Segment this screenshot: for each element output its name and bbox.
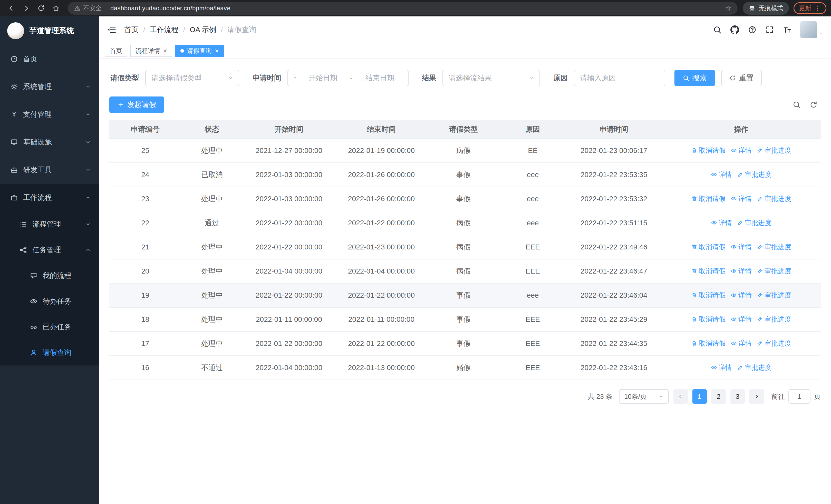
- chevron-down-icon: [819, 32, 823, 36]
- cancel-leave-link[interactable]: 取消请假: [691, 339, 725, 348]
- close-icon[interactable]: ×: [215, 48, 219, 54]
- table-tools: [793, 100, 818, 109]
- cancel-leave-link[interactable]: 取消请假: [691, 146, 725, 155]
- create-leave-button[interactable]: 发起请假: [109, 96, 164, 113]
- search-button[interactable]: 搜索: [675, 70, 715, 86]
- cancel-leave-link[interactable]: 取消请假: [691, 315, 725, 324]
- browser-home-button[interactable]: [49, 2, 63, 15]
- detail-link[interactable]: 详情: [730, 146, 752, 155]
- start-date-input[interactable]: [300, 74, 346, 82]
- approval-progress-link[interactable]: 审批进度: [757, 242, 791, 251]
- sidebar-item-my-process[interactable]: 我的流程: [0, 263, 99, 289]
- sidebar-item-workflow[interactable]: 工作流程: [0, 184, 99, 211]
- leave-type-select[interactable]: [145, 70, 239, 86]
- delete-icon: [691, 196, 697, 202]
- approval-progress-link[interactable]: 审批进度: [737, 170, 771, 179]
- github-icon[interactable]: [730, 25, 739, 34]
- refresh-icon[interactable]: [809, 100, 818, 109]
- breadcrumb-workflow[interactable]: 工作流程: [150, 25, 179, 35]
- user-menu[interactable]: [800, 21, 823, 38]
- approval-progress-link[interactable]: 审批进度: [757, 291, 791, 300]
- sidebar-item-devtools[interactable]: 研发工具: [0, 156, 99, 184]
- sidebar-item-home[interactable]: 首页: [0, 45, 99, 73]
- detail-link[interactable]: 详情: [730, 242, 752, 251]
- approval-progress-link[interactable]: 审批进度: [757, 339, 791, 348]
- reset-button[interactable]: 重置: [721, 70, 762, 86]
- page-button-2[interactable]: 2: [711, 389, 726, 404]
- tab-process-detail[interactable]: 流程详情×: [131, 45, 172, 57]
- detail-link[interactable]: 详情: [730, 315, 752, 324]
- close-icon[interactable]: ×: [163, 48, 167, 54]
- cell-id: 23: [109, 187, 181, 211]
- end-date-input[interactable]: [357, 74, 403, 82]
- browser-forward-button[interactable]: [20, 2, 33, 15]
- cancel-leave-link[interactable]: 取消请假: [691, 194, 725, 203]
- detail-link[interactable]: 详情: [711, 218, 732, 227]
- app-logo[interactable]: 芋道管理系统: [0, 17, 99, 45]
- goto-page-input[interactable]: [789, 389, 810, 404]
- apply-time-range-picker[interactable]: -: [287, 70, 408, 86]
- approval-progress-link[interactable]: 审批进度: [757, 315, 791, 324]
- sidebar-item-system[interactable]: 系统管理: [0, 73, 99, 100]
- search-icon[interactable]: [713, 25, 722, 34]
- cell-status: 处理中: [181, 259, 243, 283]
- browser-back-button[interactable]: [5, 2, 18, 15]
- browser-reload-button[interactable]: [34, 2, 48, 15]
- sidebar-item-done-tasks[interactable]: 已办任务: [0, 314, 99, 340]
- security-status[interactable]: 不安全: [74, 4, 102, 12]
- bookmark-star-icon[interactable]: ☆: [725, 4, 732, 12]
- fullscreen-icon[interactable]: [765, 25, 774, 34]
- menu-kebab-icon[interactable]: ⋮: [814, 5, 821, 11]
- reason-input[interactable]: [580, 74, 659, 82]
- edit-icon: [757, 340, 763, 347]
- sidebar-item-todo-tasks[interactable]: 待办任务: [0, 289, 99, 314]
- address-bar[interactable]: 不安全 dashboard.yudao.iocoder.cn/bpm/oa/le…: [68, 2, 738, 14]
- sidebar-item-infra[interactable]: 基础设施: [0, 128, 99, 156]
- search-toggle-icon[interactable]: [793, 100, 801, 109]
- page-size-select[interactable]: 10条/页: [619, 389, 669, 404]
- col-actions: 操作: [662, 120, 821, 139]
- cancel-leave-link[interactable]: 取消请假: [691, 242, 725, 251]
- detail-link[interactable]: 详情: [730, 291, 752, 300]
- detail-link[interactable]: 详情: [711, 363, 732, 372]
- approval-progress-link[interactable]: 审批进度: [757, 267, 791, 276]
- breadcrumb-home[interactable]: 首页: [124, 25, 139, 35]
- detail-link[interactable]: 详情: [730, 267, 752, 276]
- result-input[interactable]: [449, 74, 525, 82]
- question-icon[interactable]: [748, 25, 756, 34]
- arrow-right-icon: [754, 394, 760, 399]
- monitor-icon: [10, 138, 18, 146]
- cell-actions: 取消请假详情审批进度: [662, 283, 821, 307]
- approval-progress-link[interactable]: 审批进度: [737, 218, 771, 227]
- reason-field[interactable]: [574, 70, 665, 86]
- sidebar-item-task-mgmt[interactable]: 任务管理: [0, 237, 99, 263]
- sidebar-item-process-mgmt[interactable]: 流程管理: [0, 211, 99, 237]
- result-select[interactable]: [442, 70, 540, 86]
- approval-progress-link[interactable]: 审批进度: [737, 363, 771, 372]
- tab-home[interactable]: 首页: [105, 45, 127, 57]
- cell-actions: 取消请假详情审批进度: [662, 235, 821, 259]
- detail-link[interactable]: 详情: [730, 194, 752, 203]
- sidebar-item-leave-query[interactable]: 请假查询: [0, 340, 99, 365]
- col-apply-time: 申请时间: [566, 120, 662, 139]
- breadcrumb-oa-example[interactable]: OA 示例: [190, 25, 216, 35]
- detail-link[interactable]: 详情: [711, 170, 732, 179]
- next-page-button[interactable]: [749, 389, 764, 404]
- tab-leave-query[interactable]: 请假查询×: [175, 45, 224, 57]
- leave-type-input[interactable]: [151, 74, 224, 82]
- collapse-sidebar-button[interactable]: [107, 25, 116, 35]
- cell-reason: EEE: [499, 356, 566, 380]
- approval-progress-link[interactable]: 审批进度: [757, 194, 791, 203]
- page-button-3[interactable]: 3: [730, 389, 745, 404]
- approval-progress-link[interactable]: 审批进度: [757, 146, 791, 155]
- breadcrumb-separator: /: [221, 26, 223, 34]
- font-size-icon[interactable]: [783, 25, 792, 34]
- detail-link[interactable]: 详情: [730, 339, 752, 348]
- browser-update-button[interactable]: 更新⋮: [794, 2, 826, 14]
- prev-page-button[interactable]: [674, 389, 688, 404]
- cancel-leave-link[interactable]: 取消请假: [691, 291, 725, 300]
- page-button-1[interactable]: 1: [692, 389, 707, 404]
- sidebar-item-payment[interactable]: 支付管理: [0, 100, 99, 128]
- date-range-separator: -: [349, 74, 353, 82]
- cancel-leave-link[interactable]: 取消请假: [691, 267, 725, 276]
